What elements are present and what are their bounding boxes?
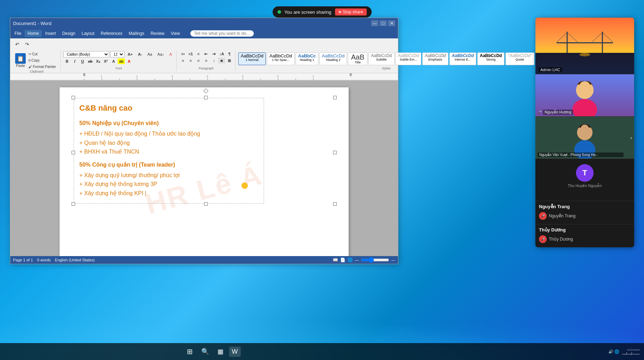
document-area[interactable]: HR Lê Á C&B n <box>10 80 398 256</box>
close-button[interactable]: ✕ <box>388 20 395 26</box>
line-spacing-button[interactable]: ↕ <box>210 58 217 63</box>
italic-button[interactable]: I <box>71 58 78 64</box>
paste-label: Paste <box>16 64 25 68</box>
bullets-button[interactable]: ≡• <box>179 51 186 57</box>
show-marks-button[interactable]: ¶ <box>226 51 233 57</box>
multilevel-list-button[interactable]: ≡ <box>195 51 202 57</box>
document-page: HR Lê Á C&B n <box>60 87 349 256</box>
underline-button[interactable]: U <box>79 58 86 64</box>
clear-format-button[interactable]: Aa <box>145 51 154 57</box>
shading-button[interactable]: ■ <box>218 58 225 63</box>
word-taskbar-button[interactable]: W <box>229 347 241 357</box>
text-box[interactable]: C&B nâng cao 50% Nghiệp vụ (Chuyên viên)… <box>74 98 264 204</box>
handle-ml[interactable] <box>72 151 75 154</box>
style-heading2[interactable]: AaBbCcDd Heading 2 <box>319 52 347 65</box>
zoom-slider[interactable] <box>361 257 389 263</box>
menu-layout[interactable]: Layout <box>79 30 97 37</box>
style-normal[interactable]: AaBbCcDd 1 Normal <box>238 52 266 65</box>
handle-tr[interactable] <box>333 96 337 99</box>
rotation-handle[interactable] <box>203 88 208 93</box>
handle-bl[interactable] <box>72 202 75 206</box>
handle-tm[interactable] <box>204 96 208 99</box>
menu-review[interactable]: Review <box>148 30 167 37</box>
participant-thuydoung-main: Thủy Dương <box>539 227 631 232</box>
cut-button[interactable]: ✂ Cut <box>26 51 58 57</box>
menu-home[interactable]: Home <box>25 30 42 37</box>
style-quote[interactable]: "AaBbCcDd" Quote <box>505 52 534 65</box>
expand-arrow[interactable]: › <box>630 135 632 141</box>
zoom-level: — <box>355 258 359 262</box>
maximize-button[interactable]: □ <box>380 20 387 26</box>
text-effects-button[interactable]: A <box>110 58 117 64</box>
desktop: You are screen sharing Stop share Docume… <box>0 0 644 360</box>
read-mode-button[interactable]: 📖 <box>333 257 338 262</box>
word-count: 0 words <box>37 258 51 262</box>
start-button[interactable]: ⊞ <box>184 346 196 357</box>
status-bar: Page 1 of 1 0 words English (United Stat… <box>10 256 398 264</box>
menu-insert[interactable]: Insert <box>42 30 59 37</box>
tell-me-input[interactable] <box>190 30 254 37</box>
align-left-button[interactable]: ≡ <box>179 58 186 63</box>
justify-button[interactable]: ≡ <box>203 58 210 63</box>
admin-video <box>535 18 634 74</box>
subscript-button[interactable]: X₂ <box>94 58 102 64</box>
increase-indent-button[interactable]: ⇥ <box>210 51 217 57</box>
style-emphasis[interactable]: AaBbCcDd Emphasis <box>422 52 448 65</box>
sort-button[interactable]: ↕A <box>218 51 225 57</box>
style-subtitle[interactable]: AaBbCcDd Subtitle <box>368 52 394 65</box>
font-color-button[interactable]: A <box>125 58 133 64</box>
menu-view[interactable]: View <box>168 30 183 37</box>
menu-file[interactable]: File <box>12 30 24 37</box>
style-strong[interactable]: AaBbCcDd Strong <box>477 52 504 65</box>
align-right-button[interactable]: ≡ <box>195 58 202 63</box>
redo-button[interactable]: ↷ <box>23 41 31 48</box>
menu-references[interactable]: References <box>98 30 125 37</box>
font-section: Calibri (Body) 11 A+ A- Aa Aa↕ A <box>61 50 177 71</box>
highlight-button[interactable]: A <box>167 51 174 57</box>
zoom-percentage: — <box>391 258 395 262</box>
style-no-spacing[interactable]: AaBbCcDd 1 No Spac... <box>267 52 294 65</box>
decrease-font-button[interactable]: A- <box>136 51 145 57</box>
web-layout-button[interactable]: 🌐 <box>348 257 353 262</box>
taskbar-right: 🔊 🌐 —:—— —/—/—— <box>608 347 644 356</box>
superscript-button[interactable]: X² <box>102 58 109 64</box>
format-painter-button[interactable]: 🖌 Format Painter <box>26 64 58 70</box>
handle-bm[interactable] <box>204 202 208 206</box>
handle-mr[interactable] <box>333 151 337 154</box>
style-heading1[interactable]: AaBbCc Heading 1 <box>296 52 319 65</box>
handle-br[interactable] <box>333 202 337 206</box>
bold-button[interactable]: B <box>63 58 70 64</box>
search-taskbar-button[interactable]: 🔍 <box>198 346 212 357</box>
strikethrough-button[interactable]: ab <box>87 58 94 64</box>
menu-design[interactable]: Design <box>59 30 78 37</box>
undo-button[interactable]: ↶ <box>13 41 22 48</box>
borders-button[interactable]: ⊞ <box>226 58 233 63</box>
participant-nguyentrang-main: Nguyễn Trang <box>539 204 631 209</box>
nguyentrang-label: Nguyễn Trang <box>549 213 576 218</box>
font-label: Font <box>63 67 174 70</box>
font-size-select[interactable]: 11 <box>110 51 124 57</box>
decrease-indent-button[interactable]: ⇤ <box>203 51 210 57</box>
widgets-button[interactable]: ▦ <box>215 346 226 357</box>
font-name-select[interactable]: Calibri (Body) <box>63 51 109 57</box>
doc-item-1: + HĐLĐ / Nội quy lao động / Thỏa ước lao… <box>79 129 258 138</box>
window-controls: — □ ✕ <box>371 20 395 26</box>
paste-group[interactable]: 📋 Paste <box>15 53 26 68</box>
style-intense-emphasis[interactable]: AaBbCcDd Intense E... <box>449 52 477 65</box>
style-title[interactable]: AaB Title <box>348 52 367 65</box>
increase-font-button[interactable]: A+ <box>125 51 135 57</box>
stop-share-button[interactable]: Stop share <box>335 8 367 15</box>
video-panel: Admin LHC <box>535 18 634 247</box>
svg-rect-0 <box>10 73 398 80</box>
numbering-button[interactable]: ≡1 <box>187 51 194 57</box>
handle-tl[interactable] <box>72 96 75 99</box>
align-center-button[interactable]: ≡ <box>187 58 194 63</box>
text-highlight-button[interactable]: ab <box>118 58 125 64</box>
minimize-button[interactable]: — <box>371 20 378 26</box>
change-case-button[interactable]: Aa↕ <box>155 51 166 57</box>
print-layout-button[interactable]: 📄 <box>340 257 345 262</box>
menu-mailings[interactable]: Mailings <box>126 30 147 37</box>
style-subtle-emphasis[interactable]: AaBbCcDd Subtle Em... <box>395 52 421 65</box>
thuhuyen-avatar: T <box>576 164 594 182</box>
copy-button[interactable]: ⎘ Copy <box>26 57 58 63</box>
